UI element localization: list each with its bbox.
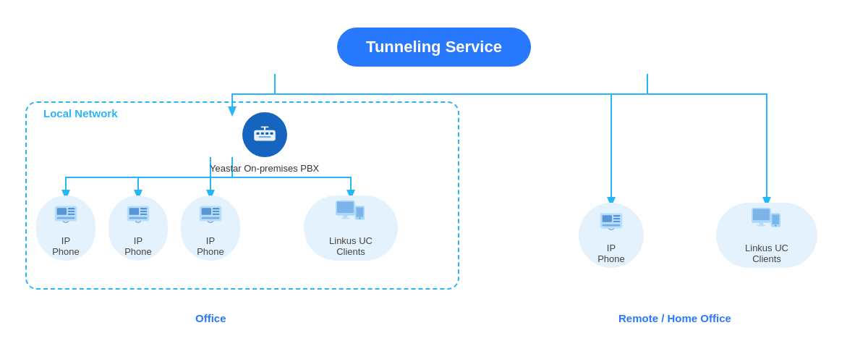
svg-rect-23 <box>202 208 211 215</box>
pbx-label: Yeastar On-premises PBX <box>210 163 319 174</box>
svg-rect-18 <box>140 208 148 209</box>
svg-rect-4 <box>260 132 263 135</box>
pbx-node: Yeastar On-premises PBX <box>210 112 319 174</box>
svg-rect-37 <box>613 215 621 216</box>
svg-rect-27 <box>202 217 220 219</box>
svg-rect-14 <box>68 214 75 215</box>
svg-rect-6 <box>270 132 273 135</box>
svg-rect-31 <box>341 218 349 219</box>
svg-point-34 <box>359 217 360 219</box>
local-network-label: Local Network <box>43 107 118 119</box>
svg-rect-43 <box>760 223 764 225</box>
svg-rect-17 <box>129 208 139 215</box>
svg-rect-29 <box>337 202 354 213</box>
svg-rect-13 <box>68 211 75 212</box>
svg-rect-46 <box>773 214 780 224</box>
svg-rect-42 <box>753 209 770 220</box>
svg-rect-3 <box>256 132 259 135</box>
phone-icon-3 <box>197 199 224 230</box>
phone-icon-1 <box>52 199 80 230</box>
pbx-icon <box>242 112 287 157</box>
remote-linkus: Linkus UC Clients <box>716 203 817 268</box>
svg-rect-21 <box>129 217 148 219</box>
phone-icon-remote <box>597 206 625 237</box>
monitor-icon-local <box>333 199 368 230</box>
svg-rect-39 <box>613 221 621 222</box>
svg-rect-20 <box>140 214 148 215</box>
svg-rect-19 <box>140 211 148 212</box>
svg-rect-25 <box>213 211 220 212</box>
linkus-local: Linkus UC Clients <box>304 195 398 261</box>
tunneling-service-badge: Tunneling Service <box>337 28 531 67</box>
svg-point-47 <box>775 224 776 226</box>
ip-phone-3: IP Phone <box>181 195 240 261</box>
svg-rect-2 <box>254 130 276 141</box>
office-label: Office <box>195 312 226 324</box>
svg-rect-12 <box>68 208 75 209</box>
svg-rect-40 <box>603 224 621 227</box>
ip-phone-1: IP Phone <box>36 195 95 261</box>
svg-rect-36 <box>603 215 612 222</box>
remote-office-label: Remote / Home Office <box>618 312 731 324</box>
svg-rect-24 <box>213 208 220 209</box>
phone-icon-2 <box>124 199 152 230</box>
ip-phone-2: IP Phone <box>109 195 168 261</box>
svg-rect-33 <box>357 207 364 216</box>
monitor-icon-remote <box>749 206 784 237</box>
remote-ip-phone: IP Phone <box>579 203 644 268</box>
svg-rect-30 <box>344 216 348 218</box>
svg-rect-7 <box>258 136 271 138</box>
remote-linkus-label: Linkus UC Clients <box>731 243 803 264</box>
remote-ip-phone-label: IP Phone <box>593 243 629 264</box>
ip-phone-1-label: IP Phone <box>51 235 81 257</box>
ip-phone-2-label: IP Phone <box>123 235 153 257</box>
svg-rect-11 <box>57 208 67 215</box>
svg-rect-38 <box>613 218 621 219</box>
svg-rect-26 <box>213 214 220 215</box>
svg-rect-15 <box>57 217 75 219</box>
svg-rect-5 <box>265 132 268 135</box>
svg-rect-44 <box>757 225 765 227</box>
ip-phone-3-label: IP Phone <box>195 235 226 257</box>
linkus-local-label: Linkus UC Clients <box>318 235 383 257</box>
